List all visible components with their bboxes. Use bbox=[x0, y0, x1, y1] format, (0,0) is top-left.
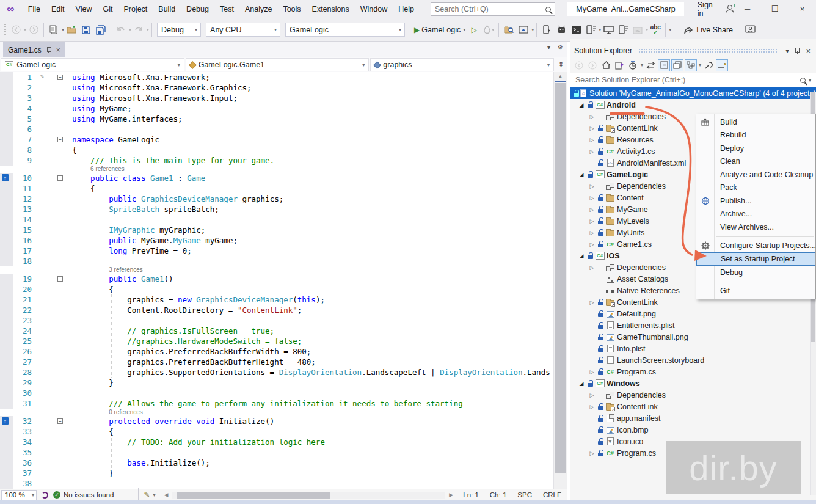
start-debug-button[interactable]: ▶GameLogic▾ bbox=[413, 23, 467, 37]
breakpoint-margin[interactable] bbox=[0, 246, 13, 256]
sync-with-active-document-icon[interactable] bbox=[613, 59, 625, 71]
tree-item-contentlink[interactable]: ▷↗ContentLink bbox=[570, 401, 816, 412]
code-cleanup-pen-icon[interactable]: ✎ bbox=[144, 491, 150, 499]
code-line[interactable]: 28 graphics.SupportedOrientations = Disp… bbox=[0, 367, 553, 378]
code-line[interactable]: 3using Microsoft.Xna.Framework.Input; bbox=[0, 93, 553, 103]
menu-edit[interactable]: Edit bbox=[46, 0, 70, 18]
fold-collapse-icon[interactable]: − bbox=[57, 175, 63, 181]
code-line[interactable]: 22 Content.RootDirectory = "ContentLink"… bbox=[0, 305, 553, 315]
code-line[interactable]: 5using MyGame.interfaces; bbox=[0, 114, 553, 124]
code-line[interactable]: 35 bbox=[0, 447, 553, 458]
scroll-right-icon[interactable]: ▶ bbox=[449, 492, 453, 498]
expander-icon[interactable]: ◢ bbox=[577, 253, 586, 259]
breakpoint-margin[interactable] bbox=[0, 367, 13, 378]
code-line[interactable]: 7−namespace GameLogic bbox=[0, 134, 553, 145]
breakpoint-margin[interactable] bbox=[0, 305, 13, 315]
scrollbar-thumb[interactable] bbox=[555, 83, 566, 473]
breakpoint-margin[interactable] bbox=[0, 155, 13, 166]
code-line[interactable]: 13 SpriteBatch spriteBatch; bbox=[0, 204, 553, 214]
menu-help[interactable]: Help bbox=[393, 0, 420, 18]
navigate-back-icon[interactable] bbox=[9, 23, 23, 37]
context-menu-set-as-startup-project[interactable]: Set as Startup Project bbox=[696, 252, 815, 266]
breakpoint-margin[interactable] bbox=[0, 194, 13, 204]
menu-git[interactable]: Git bbox=[97, 0, 118, 18]
breakpoint-margin[interactable] bbox=[0, 274, 13, 284]
vertical-scrollbar[interactable]: ▲ bbox=[553, 72, 567, 489]
breakpoint-margin[interactable] bbox=[0, 114, 13, 124]
account-person-icon[interactable]: + bbox=[726, 5, 734, 13]
fold-collapse-icon[interactable]: − bbox=[57, 276, 63, 282]
menu-window[interactable]: Window bbox=[355, 0, 393, 18]
ipa-package-icon[interactable]: IPA bbox=[630, 23, 645, 37]
context-menu-view-archives[interactable]: View Archives... bbox=[696, 221, 815, 234]
breakpoint-margin[interactable] bbox=[0, 478, 13, 489]
menu-file[interactable]: File bbox=[23, 0, 46, 18]
code-line[interactable]: 37 } bbox=[0, 468, 553, 478]
expander-icon[interactable]: ▷ bbox=[587, 218, 597, 224]
menu-extensions[interactable]: Extensions bbox=[307, 0, 355, 18]
code-line[interactable]: 23 bbox=[0, 315, 553, 326]
solution-home-icon[interactable] bbox=[516, 23, 531, 37]
redo-icon[interactable] bbox=[131, 23, 146, 37]
tree-item-app-manifest[interactable]: app.manifest bbox=[570, 412, 816, 424]
undo-icon[interactable] bbox=[114, 23, 128, 37]
breakpoint-margin[interactable] bbox=[0, 468, 13, 478]
tree-item-default-png[interactable]: Default.png bbox=[570, 308, 816, 320]
new-item-icon[interactable] bbox=[716, 59, 728, 71]
code-line[interactable]: 11 { bbox=[0, 183, 553, 194]
breakpoint-margin[interactable] bbox=[0, 235, 13, 246]
breakpoint-margin[interactable]: ↑ bbox=[0, 173, 13, 183]
expander-icon[interactable]: ▷ bbox=[587, 265, 597, 271]
space-mode-indicator[interactable]: SPC bbox=[517, 491, 532, 499]
fold-collapse-icon[interactable]: − bbox=[57, 75, 63, 80]
start-without-debug-icon[interactable]: ▷ bbox=[467, 23, 481, 37]
code-line[interactable]: 27 graphics.PreferredBackBufferHeight = … bbox=[0, 357, 553, 367]
code-line[interactable]: 16 public MyGame.MyGame myGame; bbox=[0, 235, 553, 246]
code-line[interactable]: 2using Microsoft.Xna.Framework.Graphics; bbox=[0, 82, 553, 93]
hot-reload-flame-icon[interactable]: ▾ bbox=[481, 23, 496, 37]
breakpoint-margin[interactable] bbox=[0, 315, 13, 326]
tree-item-gamethumbnail-png[interactable]: GameThumbnail.png bbox=[570, 331, 816, 343]
code-line[interactable]: 14 bbox=[0, 214, 553, 225]
breakpoint-margin[interactable] bbox=[0, 398, 13, 409]
preview-selected-items-icon[interactable] bbox=[671, 59, 683, 71]
code-line[interactable]: 34 // TODO: Add your initialization logi… bbox=[0, 437, 553, 447]
expander-icon[interactable]: ◢ bbox=[577, 172, 586, 178]
startup-project-dropdown[interactable]: GameLogic▾ bbox=[285, 23, 405, 37]
expander-icon[interactable]: ▷ bbox=[587, 230, 597, 236]
breakpoint-margin[interactable] bbox=[0, 145, 13, 155]
context-menu-debug[interactable]: Debug bbox=[696, 266, 815, 279]
expander-icon[interactable]: ▷ bbox=[587, 125, 597, 131]
expander-icon[interactable]: ◢ bbox=[577, 102, 586, 108]
breakpoint-margin[interactable] bbox=[0, 256, 13, 266]
menu-analyze[interactable]: Analyze bbox=[239, 0, 277, 18]
spell-check-icon[interactable]: abc✓ bbox=[648, 23, 663, 37]
panel-menu-icon[interactable]: ▾ bbox=[784, 48, 790, 54]
expander-icon[interactable]: ▷ bbox=[587, 369, 597, 375]
code-line[interactable]: 33 { bbox=[0, 426, 553, 437]
code-line[interactable]: 26 graphics.PreferredBackBufferWidth = 8… bbox=[0, 346, 553, 357]
open-folder-icon[interactable] bbox=[64, 23, 79, 37]
context-menu-rebuild[interactable]: Rebuild bbox=[696, 129, 815, 142]
override-glyph-icon[interactable]: ↑ bbox=[2, 417, 9, 425]
expander-icon[interactable]: ▷ bbox=[587, 206, 597, 213]
menu-project[interactable]: Project bbox=[118, 0, 153, 18]
code-line[interactable]: 9 /// This is the main type for your gam… bbox=[0, 155, 553, 166]
context-menu-configure-startup-projects[interactable]: Configure Startup Projects... bbox=[696, 239, 815, 253]
context-menu-git[interactable]: Git bbox=[696, 285, 815, 298]
code-text-area[interactable]: 1✎−using Microsoft.Xna.Framework;2using … bbox=[0, 72, 553, 489]
save-icon[interactable] bbox=[79, 23, 93, 37]
pin-icon[interactable] bbox=[46, 47, 52, 53]
close-tab-icon[interactable]: × bbox=[56, 46, 60, 54]
breakpoint-margin[interactable] bbox=[0, 134, 13, 145]
properties-wrench-icon[interactable] bbox=[702, 59, 715, 71]
deploy-device-icon[interactable] bbox=[539, 23, 554, 37]
code-line[interactable]: 15 IMyGraphic myGraphic; bbox=[0, 225, 553, 235]
home-icon[interactable] bbox=[600, 59, 612, 71]
menu-build[interactable]: Build bbox=[153, 0, 181, 18]
feedback-icon[interactable] bbox=[42, 492, 48, 499]
breakpoint-margin[interactable] bbox=[0, 447, 13, 458]
issues-status[interactable]: No issues found bbox=[64, 491, 114, 499]
horizontal-scrollbar[interactable] bbox=[172, 492, 445, 499]
code-line[interactable]: 30 bbox=[0, 388, 553, 398]
